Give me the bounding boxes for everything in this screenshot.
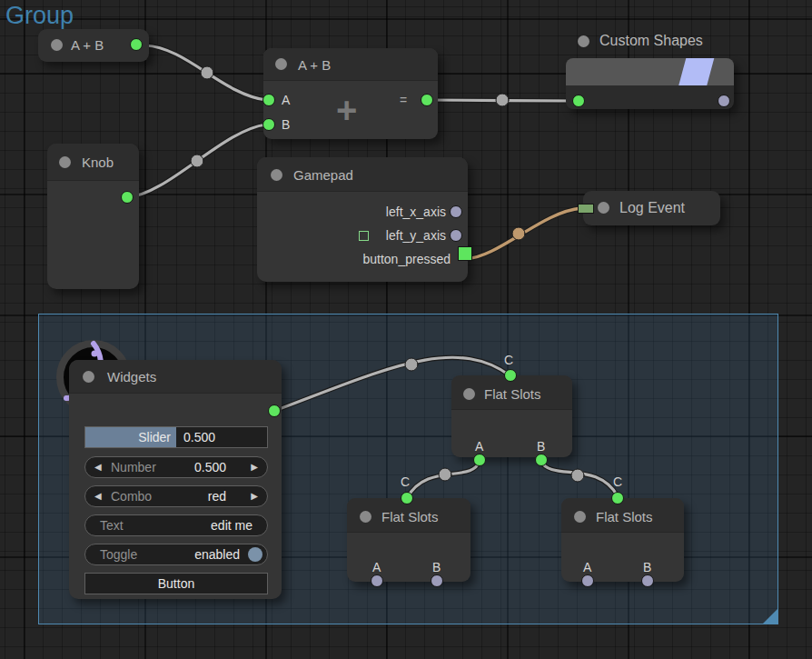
node-collapse-dot-icon[interactable]: [574, 511, 586, 523]
custom-shape-parallelogram-icon: [678, 58, 715, 85]
number-widget[interactable]: ◀ Number 0.500 ▶: [84, 456, 268, 478]
button-widget[interactable]: Button: [84, 573, 268, 594]
output-slot-label: =: [400, 93, 407, 107]
node-title: Flat Slots: [381, 509, 439, 524]
toggle-value: enabled: [194, 544, 240, 564]
link-midpoint-dot[interactable]: [405, 358, 418, 371]
decrement-arrow-icon[interactable]: ◀: [94, 486, 102, 506]
link-midpoint-dot[interactable]: [201, 66, 213, 79]
event-input-slot[interactable]: [578, 204, 594, 214]
knob-marker-icon: [92, 351, 98, 357]
input-slot[interactable]: [504, 369, 517, 382]
link-midpoint-dot[interactable]: [496, 94, 509, 106]
output-slot-label: A: [372, 560, 381, 574]
node-add-collapsed[interactable]: A + B: [38, 29, 149, 62]
node-graph-canvas[interactable]: { "colors":{ "connected_slot":"#5ee55e",…: [0, 0, 812, 659]
combo-value: red: [176, 486, 226, 506]
increment-arrow-icon[interactable]: ▶: [251, 486, 258, 506]
node-flat-slots-left[interactable]: Flat Slots A B: [347, 498, 470, 582]
link-midpoint-dot[interactable]: [571, 469, 584, 482]
node-gamepad[interactable]: Gamepad left_x_axis left_y_axis button_p…: [257, 157, 468, 282]
link-midpoint-dot[interactable]: [191, 155, 203, 167]
toggle-label: Toggle: [100, 544, 137, 564]
input-slot-label: C: [504, 353, 513, 367]
input-slot-label: A: [282, 93, 290, 107]
node-collapse-dot-icon[interactable]: [360, 511, 371, 523]
node-collapse-dot-icon[interactable]: [275, 58, 287, 70]
text-value: edit me: [211, 515, 253, 535]
output-slot-label: A: [583, 560, 591, 574]
output-slot[interactable]: [581, 574, 594, 587]
text-label: Text: [100, 515, 124, 535]
node-knob[interactable]: Knob 0.50: [47, 144, 139, 289]
toggle-widget[interactable]: Toggle enabled: [84, 544, 268, 565]
node-collapse-dot-icon[interactable]: [463, 388, 475, 400]
node-collapse-dot-icon[interactable]: [271, 169, 282, 181]
output-slot[interactable]: [641, 574, 654, 587]
combo-label: Combo: [111, 486, 152, 506]
output-slot-label: left_y_axis: [312, 228, 446, 243]
output-slot[interactable]: [431, 574, 443, 587]
output-slot[interactable]: [421, 94, 433, 106]
input-slot[interactable]: [572, 95, 585, 107]
increment-arrow-icon[interactable]: ▶: [251, 457, 258, 477]
decrement-arrow-icon[interactable]: ◀: [94, 457, 102, 477]
output-slot-label: B: [537, 439, 545, 454]
output-slot[interactable]: [268, 404, 281, 417]
node-log-event[interactable]: Log Event: [583, 191, 720, 225]
node-widgets[interactable]: Widgets Slider 0.500 ◀ Number 0.500 ▶ ◀ …: [69, 360, 282, 599]
toggle-knob-icon[interactable]: [248, 547, 262, 562]
output-slot[interactable]: [450, 229, 462, 242]
node-title: A + B: [298, 57, 331, 73]
output-slot[interactable]: [450, 205, 462, 218]
node-add[interactable]: A + B A B = +: [263, 48, 438, 139]
node-flat-slots-top[interactable]: Flat Slots A B: [451, 375, 572, 457]
node-collapse-dot-icon[interactable]: [83, 371, 94, 383]
combo-widget[interactable]: ◀ Combo red ▶: [84, 485, 268, 507]
link-midpoint-dot[interactable]: [439, 468, 451, 481]
node-title: A + B: [71, 37, 104, 53]
node-title: Widgets: [107, 369, 156, 384]
output-slot[interactable]: [371, 574, 383, 587]
event-output-slot[interactable]: [458, 246, 472, 261]
input-slot-label: C: [401, 474, 410, 489]
node-collapse-dot-icon[interactable]: [51, 39, 63, 51]
custom-shape-bar: [566, 58, 734, 85]
output-slot-label: B: [643, 560, 651, 574]
input-slot[interactable]: [262, 118, 275, 131]
output-slot-label: button_pressed: [312, 252, 451, 266]
link-midpoint-dot[interactable]: [512, 227, 525, 240]
output-slot[interactable]: [473, 454, 486, 466]
node-title: Gamepad: [293, 167, 353, 183]
output-slot[interactable]: [718, 95, 730, 107]
node-collapse-dot-icon[interactable]: [59, 156, 71, 168]
output-slot[interactable]: [535, 454, 548, 466]
input-slot[interactable]: [262, 94, 275, 106]
output-slot-label: B: [432, 560, 441, 574]
plus-icon: +: [336, 90, 357, 131]
slider-value: 0.500: [183, 427, 215, 447]
output-slot-label: A: [475, 439, 483, 454]
slider-label: Slider: [85, 427, 171, 447]
input-slot-label: B: [282, 117, 290, 132]
node-title: Custom Shapes: [599, 33, 703, 49]
output-slot-label: left_x_axis: [312, 205, 446, 219]
node-collapse-dot-icon[interactable]: [598, 202, 609, 214]
node-title: Flat Slots: [596, 509, 653, 524]
input-slot-label: C: [613, 474, 622, 489]
text-widget[interactable]: Text edit me: [84, 514, 268, 536]
node-title: Log Event: [619, 200, 685, 216]
node-custom-shapes[interactable]: [566, 58, 734, 109]
slider-widget[interactable]: Slider 0.500: [84, 426, 268, 448]
output-slot[interactable]: [130, 38, 143, 51]
node-collapse-dot-icon[interactable]: [578, 35, 589, 47]
output-slot[interactable]: [121, 191, 134, 204]
number-value: 0.500: [176, 457, 226, 477]
input-slot[interactable]: [401, 492, 413, 504]
number-label: Number: [111, 457, 156, 477]
node-flat-slots-right[interactable]: Flat Slots A B: [561, 498, 684, 582]
input-slot[interactable]: [611, 492, 624, 504]
node-title: Knob: [82, 155, 114, 170]
node-title: Flat Slots: [484, 386, 541, 402]
